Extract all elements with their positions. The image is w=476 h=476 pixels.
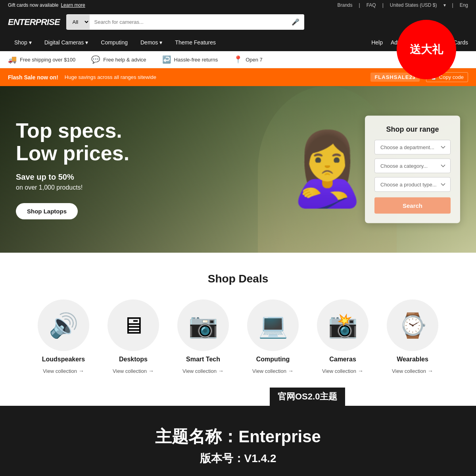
shop-range-card: Shop our range Choose a department... Ch… (365, 116, 460, 223)
deal-item-desktops: 🖥 Desktops View collection → (102, 299, 165, 374)
brands-link[interactable]: Brands (338, 2, 353, 8)
search-bar: All 🎤 (66, 14, 304, 30)
deal-link-cameras[interactable]: View collection → (322, 368, 363, 374)
hero-content: Top specs.Low prices. Save up to 50% on … (0, 96, 145, 243)
language-selector[interactable]: Eng (460, 2, 468, 8)
deal-name-cameras: Cameras (329, 356, 356, 363)
watermark-badge: 送大礼 (397, 20, 456, 79)
theme-name-label: 主题名称：Enterprise (8, 426, 468, 448)
product-type-select[interactable]: Choose a product type... (374, 177, 451, 192)
separator: | (359, 2, 360, 8)
truck-icon: 🚚 (8, 55, 17, 64)
search-category-select[interactable]: All (66, 15, 90, 29)
shop-range-title: Shop our range (374, 125, 451, 134)
deal-circle-computing: 💻 (247, 299, 299, 351)
deal-link-wearables[interactable]: View collection → (392, 368, 433, 374)
arrow-icon: → (428, 368, 433, 374)
smart-tech-icon: 📷 (188, 311, 218, 340)
nav-item-digital-cameras[interactable]: Digital Cameras ▾ (38, 34, 95, 51)
arrow-icon: → (148, 368, 154, 374)
search-input[interactable] (90, 15, 287, 29)
shop-laptops-button[interactable]: Shop Laptops (16, 203, 78, 219)
deal-name-computing: Computing (256, 356, 290, 363)
separator2: | (382, 2, 384, 8)
site-logo[interactable]: ENTERPRISE (8, 17, 60, 27)
hero-title: Top specs.Low prices. (16, 119, 129, 165)
nav-help[interactable]: Help (371, 39, 383, 46)
deal-link-computing[interactable]: View collection → (252, 368, 294, 374)
top-bar-right: Brands | FAQ | United States (USD $) ▾ |… (338, 2, 468, 8)
separator3: | (452, 2, 453, 8)
returns-info: ↩️ Hassle-free returns (162, 55, 218, 64)
version-label: 版本号：V1.4.2 (8, 451, 468, 466)
loudspeakers-icon: 🔊 (49, 311, 79, 340)
deal-circle-smart-tech: 📷 (177, 299, 229, 351)
learn-more-link[interactable]: Learn more (61, 2, 85, 8)
os-badge: 官网OS2.0主题 (270, 388, 345, 406)
arrow-icon: → (218, 368, 224, 374)
announcement-text: Gift cards now available (8, 2, 58, 8)
department-select[interactable]: Choose a department... (374, 140, 451, 155)
deal-item-loudspeakers: 🔊 Loudspeakers View collection → (32, 299, 95, 374)
shop-deals-section: Shop Deals 🔊 Loudspeakers View collectio… (0, 253, 476, 394)
shop-deals-title: Shop Deals (8, 273, 468, 285)
deal-item-computing: 💻 Computing View collection → (241, 299, 305, 374)
return-icon: ↩️ (162, 55, 171, 64)
deals-grid: 🔊 Loudspeakers View collection → 🖥 Deskt… (8, 299, 468, 374)
bottom-promo-section: 主题名称：Enterprise 版本号：V1.4.2 (0, 406, 476, 476)
deal-circle-cameras: 📸 (317, 299, 369, 351)
chevron-down-icon: ▾ (85, 39, 88, 46)
wearables-icon: ⌚ (398, 311, 428, 340)
computing-icon: 💻 (258, 311, 288, 340)
nav-left: Shop ▾ Digital Cameras ▾ Computing Demos… (8, 34, 222, 51)
hero-section: 🙎‍♀️ Top specs.Low prices. Save up to 50… (0, 86, 476, 253)
arrow-icon: → (79, 368, 84, 374)
arrow-icon: → (358, 368, 363, 374)
location-icon: 📍 (234, 55, 242, 64)
shipping-info: 🚚 Free shipping over $100 (8, 55, 75, 64)
flash-sale-bar: Flash Sale now on! Huge savings across a… (0, 68, 476, 86)
flash-sale-title: Flash Sale now on! (8, 74, 58, 81)
deal-item-cameras: 📸 Cameras View collection → (311, 299, 374, 374)
nav-item-demos[interactable]: Demos ▾ (134, 34, 169, 51)
top-announcement-bar: Gift cards now available Learn more Bran… (0, 0, 476, 10)
deal-name-desktops: Desktops (119, 356, 148, 363)
deal-link-smart-tech[interactable]: View collection → (182, 368, 224, 374)
deal-item-wearables: ⌚ Wearables View collection → (381, 299, 444, 374)
region-selector[interactable]: United States (USD $) (390, 2, 437, 8)
nav-item-theme-features[interactable]: Theme Features (169, 34, 222, 51)
chevron-down-icon: ▾ (29, 39, 32, 46)
help-info: 💬 Free help & advice (91, 55, 146, 64)
deal-name-smart-tech: Smart Tech (186, 356, 220, 363)
faq-link[interactable]: FAQ (367, 2, 376, 8)
cameras-icon: 📸 (328, 311, 358, 340)
chevron-down-icon: ▾ (159, 39, 162, 46)
shop-range-search-button[interactable]: Search (374, 198, 451, 214)
nav-item-computing[interactable]: Computing (94, 34, 134, 51)
deal-circle-desktops: 🖥 (107, 299, 159, 351)
deal-item-smart-tech: 📷 Smart Tech View collection → (171, 299, 235, 374)
desktops-icon: 🖥 (121, 312, 145, 339)
voice-search-button[interactable]: 🎤 (287, 14, 304, 30)
chat-icon: 💬 (91, 55, 100, 64)
deal-circle-wearables: ⌚ (387, 299, 438, 351)
arrow-icon: → (288, 368, 294, 374)
deal-circle-loudspeakers: 🔊 (38, 299, 89, 351)
nav-item-shop[interactable]: Shop ▾ (8, 34, 38, 51)
person-emoji: 🙎‍♀️ (283, 127, 372, 211)
deal-name-wearables: Wearables (397, 356, 428, 363)
chevron-down-icon: ▾ (443, 2, 446, 8)
flash-sale-description: Huge savings across all ranges sitewide (65, 74, 365, 80)
deal-link-desktops[interactable]: View collection → (113, 368, 154, 374)
hero-subtitle: Save up to 50% (16, 173, 129, 182)
hero-subtext: on over 1,000 products! (16, 184, 129, 191)
os-badge-text: 官网OS2.0主题 (278, 392, 337, 401)
deal-link-loudspeakers[interactable]: View collection → (43, 368, 84, 374)
open-hours-info: 📍 Open 7 (234, 55, 263, 64)
watermark-text: 送大礼 (410, 43, 443, 56)
category-select[interactable]: Choose a category... (374, 159, 451, 173)
deal-name-loudspeakers: Loudspeakers (42, 356, 85, 363)
announcement-left: Gift cards now available Learn more (8, 2, 85, 8)
